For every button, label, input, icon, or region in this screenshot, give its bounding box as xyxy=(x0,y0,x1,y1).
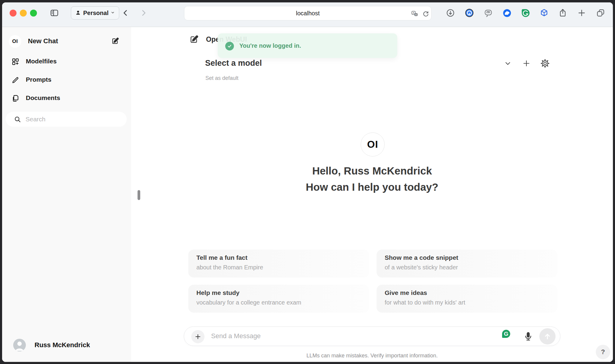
downloads-icon[interactable] xyxy=(445,8,456,18)
forward-icon xyxy=(138,8,149,18)
toast-notification: You're now logged in. xyxy=(218,33,397,58)
microphone-icon[interactable] xyxy=(523,331,533,343)
suggestion-title: Tell me a fun fact xyxy=(196,254,369,261)
sidebar-toggle-icon[interactable] xyxy=(49,8,59,18)
suggestion-card[interactable]: Tell me a fun fact about the Roman Empir… xyxy=(188,250,369,278)
app-logo: OI xyxy=(9,35,21,48)
minimize-window-button[interactable] xyxy=(20,10,27,17)
model-chevron-down-icon[interactable] xyxy=(502,58,513,69)
greeting: Hello, Russ McKendrick How can I help yo… xyxy=(131,163,613,195)
chat-main: Open WebUI Select a model Set as default xyxy=(131,27,613,362)
add-model-icon[interactable] xyxy=(521,58,532,69)
svg-text:x: x xyxy=(415,13,417,16)
prompts-icon xyxy=(11,76,20,85)
search-input[interactable] xyxy=(26,112,122,127)
suggestion-title: Give me ideas xyxy=(385,289,557,296)
sidebar-item-documents[interactable]: Documents xyxy=(26,94,60,102)
address-bar-url: localhost xyxy=(184,6,431,20)
greeting-line-2: How can I help you today? xyxy=(131,179,613,195)
suggestion-card[interactable]: Help me study vocabulary for a college e… xyxy=(188,285,369,313)
suggestion-cards: Tell me a fun fact about the Roman Empir… xyxy=(188,250,557,313)
suggestion-title: Help me study xyxy=(196,289,369,296)
browser-titlebar: Personal localhost A x xyxy=(2,2,613,27)
browser-window: Personal localhost A x xyxy=(2,2,613,362)
help-button[interactable]: ? xyxy=(596,345,610,359)
attach-plus-icon[interactable] xyxy=(191,330,204,343)
translate-icon[interactable]: A x xyxy=(411,10,419,18)
suggestion-subtitle: for what to do with my kids' art xyxy=(385,299,557,306)
new-tab-icon[interactable] xyxy=(577,8,587,18)
sidebar-search[interactable] xyxy=(6,112,127,127)
app-sidebar: OI New Chat Modelfiles xyxy=(2,27,131,362)
toast-message: You're now logged in. xyxy=(239,42,301,49)
settings-gear-icon[interactable] xyxy=(540,58,550,69)
llm-disclaimer: LLMs can make mistakes. Verify important… xyxy=(184,353,560,359)
send-button[interactable] xyxy=(539,328,556,344)
user-menu[interactable]: Russ McKendrick xyxy=(2,335,131,355)
address-bar[interactable]: localhost A x xyxy=(184,6,432,20)
hero-logo: OI xyxy=(361,132,385,156)
success-check-icon xyxy=(225,42,234,50)
avatar xyxy=(13,339,26,351)
grammarly-overlay-icon[interactable]: G xyxy=(501,329,511,338)
search-icon xyxy=(14,116,21,124)
suggestion-card[interactable]: Show me a code snippet of a website's st… xyxy=(377,250,557,278)
model-selector[interactable]: Select a model xyxy=(205,59,262,68)
person-icon xyxy=(75,10,81,16)
page-new-chat-icon[interactable] xyxy=(189,35,199,45)
documents-icon xyxy=(11,94,20,104)
suggestion-title: Show me a code snippet xyxy=(385,254,557,261)
new-chat-edit-icon[interactable] xyxy=(111,37,119,46)
cube-extension-icon[interactable] xyxy=(539,8,549,18)
new-chat-button[interactable]: New Chat xyxy=(28,37,58,45)
tab-overview-icon[interactable] xyxy=(595,8,606,18)
message-composer[interactable]: G xyxy=(184,326,560,346)
elephant-extension-icon[interactable] xyxy=(483,8,493,18)
reload-icon[interactable] xyxy=(422,10,430,18)
bear-extension-icon[interactable] xyxy=(502,8,512,18)
zoom-window-button[interactable] xyxy=(30,10,37,17)
user-name: Russ McKendrick xyxy=(35,341,90,349)
set-as-default-link[interactable]: Set as default xyxy=(205,75,238,81)
message-input[interactable] xyxy=(211,327,481,345)
grammarly-extension-icon[interactable] xyxy=(520,8,531,18)
onepassword-icon[interactable] xyxy=(464,8,474,18)
suggestion-subtitle: vocabulary for a college entrance exam xyxy=(196,299,369,306)
chevron-down-icon xyxy=(111,11,115,15)
sidebar-item-modelfiles[interactable]: Modelfiles xyxy=(26,58,57,65)
profile-label: Personal xyxy=(83,10,108,17)
share-icon[interactable] xyxy=(558,8,568,18)
modelfiles-icon xyxy=(11,58,20,67)
profile-button[interactable]: Personal xyxy=(71,6,119,20)
page-content: OI New Chat Modelfiles xyxy=(2,27,613,362)
greeting-line-1: Hello, Russ McKendrick xyxy=(131,163,613,179)
sidebar-item-prompts[interactable]: Prompts xyxy=(26,76,51,83)
suggestion-card[interactable]: Give me ideas for what to do with my kid… xyxy=(377,285,557,313)
close-window-button[interactable] xyxy=(10,10,17,17)
suggestion-subtitle: of a website's sticky header xyxy=(385,264,557,271)
back-icon[interactable] xyxy=(120,8,131,18)
suggestion-subtitle: about the Roman Empire xyxy=(196,264,369,271)
